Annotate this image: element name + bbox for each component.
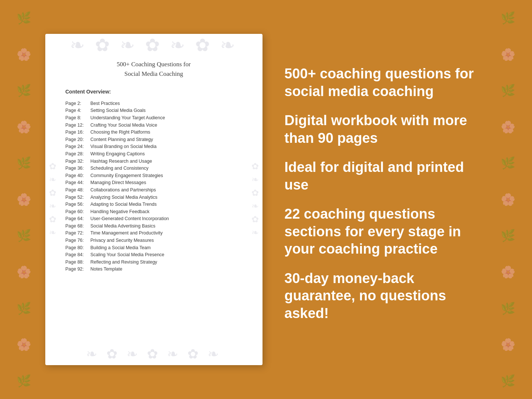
toc-title: Time Management and Productivity [91, 230, 242, 236]
toc-page-number: Page 68: [66, 223, 89, 229]
toc-page-number: Page 80: [66, 245, 89, 250]
toc-page-number: Page 36: [66, 166, 89, 171]
toc-item: Page 16:Choosing the Right Platforms [66, 128, 242, 136]
toc-title: Setting Social Media Goals [91, 108, 242, 113]
toc-item: Page 40:Community Engagement Strategies [66, 172, 242, 179]
toc-item: Page 52:Analyzing Social Media Analytics [66, 194, 242, 201]
toc-title: Best Practices [91, 101, 242, 106]
toc-page-number: Page 60: [66, 209, 89, 214]
toc-page-number: Page 20: [66, 137, 89, 142]
toc-item: Page 68:Social Media Advertising Basics [66, 222, 242, 230]
doc-side-ornament-left: ✿❧✿❧✿❧ [45, 161, 60, 238]
toc-item: Page 12:Crafting Your Social Media Voice [66, 121, 242, 129]
toc-page-number: Page 92: [66, 266, 89, 272]
feature-4: 22 coaching questions sections for every… [285, 205, 487, 258]
toc-item: Page 56:Adapting to Social Media Trends [66, 201, 242, 208]
features-panel: 500+ coaching questions for social media… [285, 65, 487, 334]
toc-page-number: Page 32: [66, 159, 89, 164]
toc-title: Writing Engaging Captions [91, 151, 242, 156]
toc-page-number: Page 2: [66, 101, 89, 106]
toc-title: Community Engagement Strategies [91, 173, 242, 178]
toc-page-number: Page 56: [66, 202, 89, 207]
toc-page-number: Page 24: [66, 144, 89, 149]
table-of-contents: Page 2:Best PracticesPage 4:Setting Soci… [66, 100, 242, 273]
document-panel: ❧ ✿ ❧ ✿ ❧ ✿ ❧ ✿❧✿❧✿❧ ✿❧✿❧✿❧ 500+ Coachin… [45, 34, 263, 365]
toc-title: Managing Direct Messages [91, 180, 242, 185]
toc-item: Page 4:Setting Social Media Goals [66, 107, 242, 114]
toc-page-number: Page 52: [66, 195, 89, 200]
toc-title: Analyzing Social Media Analytics [91, 195, 242, 200]
toc-item: Page 32:Hashtag Research and Usage [66, 158, 242, 165]
toc-title: Scheduling and Consistency [91, 166, 242, 171]
toc-item: Page 44:Managing Direct Messages [66, 179, 242, 187]
toc-title: Hashtag Research and Usage [91, 159, 242, 164]
toc-item: Page 24:Visual Branding on Social Media [66, 143, 242, 151]
toc-item: Page 72:Time Management and Productivity [66, 230, 242, 237]
toc-page-number: Page 12: [66, 123, 89, 128]
toc-page-number: Page 16: [66, 130, 89, 135]
toc-item: Page 20:Content Planning and Strategy [66, 136, 242, 143]
toc-item: Page 80:Building a Social Media Team [66, 244, 242, 251]
toc-title: Understanding Your Target Audience [91, 115, 242, 120]
toc-title: Notes Template [91, 266, 242, 272]
toc-title: Social Media Advertising Basics [91, 223, 242, 229]
toc-title: Privacy and Security Measures [91, 238, 242, 243]
toc-title: Reflecting and Revising Strategy [91, 259, 242, 265]
toc-item: Page 8:Understanding Your Target Audienc… [66, 114, 242, 121]
toc-title: Adapting to Social Media Trends [91, 202, 242, 207]
toc-item: Page 28:Writing Engaging Captions [66, 150, 242, 158]
toc-item: Page 2:Best Practices [66, 100, 242, 107]
toc-item: Page 84:Scaling Your Social Media Presen… [66, 251, 242, 258]
toc-item: Page 76:Privacy and Security Measures [66, 237, 242, 244]
toc-page-number: Page 88: [66, 259, 89, 265]
toc-page-number: Page 64: [66, 216, 89, 221]
toc-title: Handling Negative Feedback [91, 209, 242, 214]
toc-title: Scaling Your Social Media Presence [91, 252, 242, 257]
toc-title: Crafting Your Social Media Voice [91, 123, 242, 128]
feature-2: Digital workbook with more than 90 pages [285, 112, 487, 147]
toc-item: Page 64:User-Generated Content Incorpora… [66, 215, 242, 223]
toc-title: Collaborations and Partnerships [91, 187, 242, 193]
toc-item: Page 36:Scheduling and Consistency [66, 165, 242, 172]
feature-5: 30-day money-back guarantee, no question… [285, 270, 487, 322]
toc-page-number: Page 8: [66, 115, 89, 120]
feature-3: Ideal for digital and printed use [285, 159, 487, 194]
toc-page-number: Page 84: [66, 252, 89, 257]
toc-title: Content Planning and Strategy [91, 137, 242, 142]
toc-page-number: Page 72: [66, 230, 89, 236]
toc-page-number: Page 40: [66, 173, 89, 178]
doc-ornament-bottom: ❧ ✿ ❧ ✿ ❧ ✿ ❧ [45, 343, 263, 365]
toc-title: Choosing the Right Platforms [91, 130, 242, 135]
toc-page-number: Page 76: [66, 238, 89, 243]
toc-page-number: Page 28: [66, 151, 89, 156]
toc-item: Page 60:Handling Negative Feedback [66, 208, 242, 215]
toc-item: Page 92:Notes Template [66, 266, 242, 273]
toc-label: Content Overview: [66, 89, 242, 95]
toc-title: User-Generated Content Incorporation [91, 216, 242, 221]
toc-title: Visual Branding on Social Media [91, 144, 242, 149]
document-title: 500+ Coaching Questions for Social Media… [66, 60, 242, 78]
toc-page-number: Page 44: [66, 180, 89, 185]
toc-item: Page 88:Reflecting and Revising Strategy [66, 258, 242, 266]
content-wrapper: ❧ ✿ ❧ ✿ ❧ ✿ ❧ ✿❧✿❧✿❧ ✿❧✿❧✿❧ 500+ Coachin… [0, 0, 532, 399]
doc-side-ornament-right: ✿❧✿❧✿❧ [248, 161, 263, 238]
toc-title: Building a Social Media Team [91, 245, 242, 250]
toc-page-number: Page 4: [66, 108, 89, 113]
toc-page-number: Page 48: [66, 187, 89, 193]
doc-ornament-top: ❧ ✿ ❧ ✿ ❧ ✿ ❧ [45, 34, 263, 56]
toc-item: Page 48:Collaborations and Partnerships [66, 186, 242, 194]
feature-1: 500+ coaching questions for social media… [285, 65, 487, 100]
